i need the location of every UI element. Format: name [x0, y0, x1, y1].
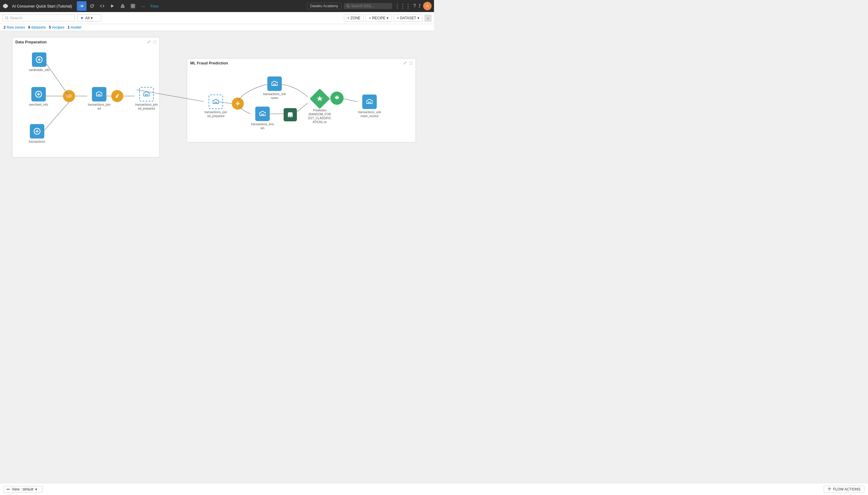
nav-icons: ··· — [77, 1, 148, 11]
toolbar: ▼ All ▾ + ZONE + RECIPE ▾ + DATASET ▾ › — [0, 12, 434, 24]
nav-deploy-btn[interactable] — [118, 1, 128, 11]
transactions-joined-icon — [92, 87, 107, 101]
svg-point-8 — [347, 5, 349, 7]
transactions-unknown-icon — [267, 76, 282, 91]
node-prepare-recipe[interactable] — [111, 90, 123, 102]
nav-right: Dataiku Academy ⋮⋮⋮ ? ⤴ A — [307, 2, 431, 10]
svg-rect-4 — [131, 4, 133, 6]
app-logo — [2, 3, 9, 9]
help-icon[interactable]: ? — [413, 3, 416, 9]
nav-dashboard-btn[interactable] — [128, 1, 138, 11]
zone-ml-fraud: ML Fraud Prediction ⤢ □ transactions_joi… — [187, 58, 416, 142]
merchant-info-icon — [31, 87, 46, 101]
transactions-unknown-scored-label: transactions_unknown_scored — [358, 110, 381, 118]
apps-grid-icon[interactable]: ⋮⋮⋮ — [394, 3, 411, 9]
nav-flow-btn[interactable] — [77, 1, 86, 11]
cardholder-info-icon — [32, 52, 46, 67]
transactions-joined-prepared-label: transactions_joined_prepared — [134, 103, 159, 110]
models-count: 1 — [67, 25, 70, 30]
prepare-recipe-icon — [111, 90, 123, 102]
models-link[interactable]: model — [70, 25, 81, 30]
node-tj-prepared-ref[interactable]: transactions_joined_prepared — [204, 95, 228, 118]
transactions-joined-label: transactions_joined — [87, 103, 111, 110]
user-avatar[interactable]: A — [423, 2, 431, 10]
zone-expand-btn[interactable]: ⤢ — [146, 39, 152, 45]
zones-link[interactable]: flow zones — [6, 25, 25, 30]
node-model-trophy[interactable] — [330, 91, 344, 105]
trend-icon[interactable]: ⤴ — [418, 3, 421, 9]
zone-title-ml-fraud: ML Fraud Prediction — [190, 61, 413, 65]
filter-icon: ▼ — [80, 16, 84, 20]
nav-run-btn[interactable] — [108, 1, 117, 11]
zone-controls-data-prep: ⤢ □ — [146, 39, 157, 45]
transactions-joined-prepared-icon — [139, 87, 154, 101]
node-transactions[interactable]: transactions — [29, 124, 45, 143]
ml-zone-maximize-btn[interactable]: □ — [409, 60, 413, 66]
predict-recipe-icon — [310, 88, 330, 109]
top-nav: AI Consumer Quick Start (Tutorial) ··· F… — [0, 0, 434, 12]
svg-point-15 — [117, 93, 119, 95]
dataset-chevron: ▾ — [417, 16, 419, 20]
collapse-panel-button[interactable]: › — [424, 15, 431, 22]
svg-point-22 — [289, 116, 290, 117]
tj-prepared-ref-label: transactions_joined_prepared — [204, 110, 228, 118]
transactions-known-icon — [255, 107, 270, 121]
zone-controls-ml-fraud: ⤢ □ — [402, 60, 413, 66]
search-input[interactable] — [10, 16, 70, 20]
svg-point-9 — [6, 17, 8, 19]
zone-data-preparation: Data Preparation ⤢ □ cardholder_info mer… — [12, 37, 160, 157]
svg-point-23 — [291, 116, 292, 117]
cardholder-info-label: cardholder_info — [29, 68, 50, 72]
node-merchant-info[interactable]: merchant_info — [29, 87, 48, 107]
project-title: AI Consumer Quick Start (Tutorial) — [12, 4, 72, 8]
recipes-link[interactable]: recipes — [52, 25, 65, 30]
flow-canvas: Data Preparation ⤢ □ cardholder_info mer… — [0, 31, 434, 234]
join-recipe-icon — [63, 90, 75, 102]
nav-code-btn[interactable] — [97, 1, 107, 11]
predict-recipe-label: Prediction (RANDOM_FOREST_CLASSIFICATION… — [308, 108, 332, 124]
transactions-label: transactions — [29, 140, 45, 143]
split-recipe-icon — [232, 98, 244, 109]
node-train-recipe[interactable] — [284, 108, 297, 121]
filter-dropdown[interactable]: ▼ All ▾ — [77, 15, 101, 22]
node-transactions-joined[interactable]: transactions_joined — [87, 87, 111, 110]
merchant-info-label: merchant_info — [29, 103, 48, 107]
node-predict-recipe[interactable]: Prediction (RANDOM_FOREST_CLASSIFICATION… — [308, 91, 332, 124]
zone-title-data-prep: Data Preparation — [15, 40, 157, 44]
node-cardholder-info[interactable]: cardholder_info — [29, 52, 50, 72]
toolbar-right: + ZONE + RECIPE ▾ + DATASET ▾ › — [344, 15, 431, 22]
svg-marker-0 — [111, 4, 114, 8]
node-split-recipe[interactable] — [232, 98, 244, 109]
transactions-unknown-scored-icon — [362, 95, 377, 109]
ml-zone-expand-btn[interactable]: ⤢ — [402, 60, 408, 66]
recipes-count: 5 — [49, 25, 51, 30]
nav-tab-label: Flow — [150, 4, 159, 8]
stats-bar: 2 flow zones 8 datasets 5 recipes 1 mode… — [0, 24, 434, 31]
node-transactions-unknown[interactable]: transactions_unknown — [263, 76, 286, 100]
model-trophy-icon — [330, 91, 344, 105]
filter-label: All — [85, 16, 89, 20]
node-transactions-unknown-scored[interactable]: transactions_unknown_scored — [358, 95, 381, 118]
svg-rect-7 — [133, 6, 135, 8]
svg-point-14 — [68, 94, 72, 98]
zone-maximize-btn[interactable]: □ — [153, 39, 157, 45]
transactions-known-label: transactions_known — [250, 122, 275, 130]
nav-search-input[interactable] — [351, 4, 387, 8]
tj-prepared-ref-icon — [209, 95, 223, 109]
add-dataset-button[interactable]: + DATASET ▾ — [394, 15, 423, 22]
add-zone-button[interactable]: + ZONE — [344, 15, 364, 22]
nav-search-box — [344, 3, 392, 9]
recipe-chevron: ▾ — [387, 16, 389, 20]
add-recipe-button[interactable]: + RECIPE ▾ — [365, 15, 392, 22]
svg-rect-5 — [133, 4, 135, 6]
nav-refresh-btn[interactable] — [87, 1, 97, 11]
datasets-link[interactable]: datasets — [31, 25, 46, 30]
node-join-recipe[interactable] — [63, 90, 75, 102]
academy-btn[interactable]: Dataiku Academy — [307, 3, 342, 9]
nav-more-btn[interactable]: ··· — [138, 1, 148, 11]
transactions-unknown-label: transactions_unknown — [263, 92, 286, 100]
train-recipe-icon — [284, 108, 297, 121]
svg-line-27 — [344, 99, 358, 102]
node-transactions-joined-prepared[interactable]: transactions_joined_prepared — [134, 87, 159, 110]
node-transactions-known[interactable]: transactions_known — [250, 107, 275, 130]
